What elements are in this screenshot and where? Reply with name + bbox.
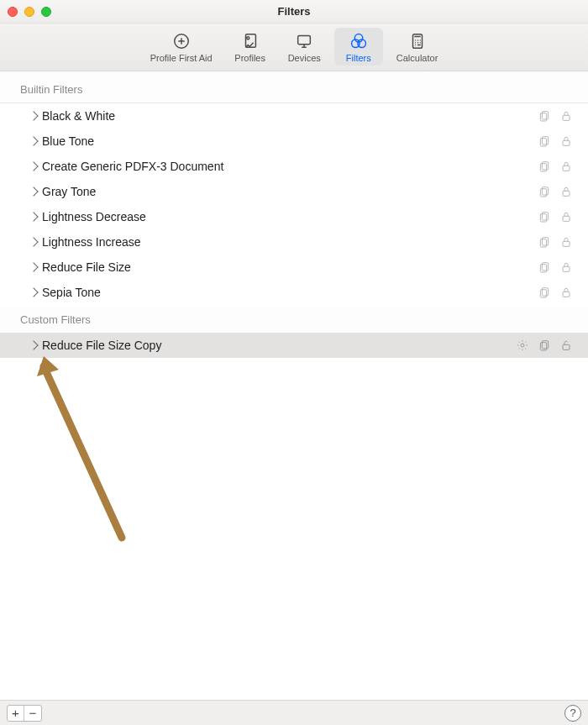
custom-filters-list: Reduce File Size Copy bbox=[0, 333, 588, 358]
calculator-icon bbox=[408, 31, 427, 51]
svg-rect-11 bbox=[542, 137, 548, 144]
filter-row[interactable]: Gray Tone bbox=[0, 179, 588, 204]
tab-profile-first-aid[interactable]: Profile First Aid bbox=[142, 28, 221, 66]
profiles-icon bbox=[241, 31, 260, 51]
tab-label: Devices bbox=[288, 53, 321, 63]
svg-rect-26 bbox=[542, 263, 548, 271]
chevron-right-icon bbox=[29, 111, 38, 120]
svg-rect-34 bbox=[540, 343, 546, 350]
svg-rect-29 bbox=[542, 288, 548, 296]
filter-row[interactable]: Sepia Tone bbox=[0, 280, 588, 305]
svg-rect-33 bbox=[542, 341, 548, 349]
svg-rect-15 bbox=[540, 164, 546, 171]
unlock-icon[interactable] bbox=[559, 339, 573, 352]
svg-rect-28 bbox=[563, 266, 570, 271]
duplicate-icon[interactable] bbox=[538, 235, 551, 249]
devices-icon bbox=[295, 31, 313, 51]
tab-profiles[interactable]: Profiles bbox=[226, 28, 275, 66]
chevron-right-icon bbox=[29, 287, 38, 297]
lock-icon bbox=[559, 210, 573, 223]
window-title: Filters bbox=[0, 5, 588, 18]
help-button[interactable]: ? bbox=[564, 705, 581, 722]
filter-label: Create Generic PDFX-3 Document bbox=[42, 160, 538, 173]
filter-label: Gray Tone bbox=[42, 185, 538, 198]
duplicate-icon[interactable] bbox=[538, 109, 551, 123]
svg-rect-25 bbox=[563, 241, 570, 246]
tab-label: Profiles bbox=[234, 53, 265, 63]
svg-rect-20 bbox=[542, 213, 548, 220]
filter-label: Reduce File Size bbox=[42, 260, 538, 274]
svg-point-2 bbox=[246, 37, 249, 39]
svg-rect-22 bbox=[563, 216, 570, 221]
remove-filter-button[interactable]: − bbox=[24, 706, 41, 721]
filters-icon bbox=[349, 31, 368, 51]
chevron-right-icon bbox=[29, 262, 38, 271]
chevron-right-icon bbox=[29, 237, 38, 246]
chevron-right-icon bbox=[29, 212, 38, 221]
maximize-window-button[interactable] bbox=[41, 7, 51, 17]
chevron-right-icon bbox=[29, 136, 38, 145]
svg-rect-3 bbox=[298, 36, 311, 45]
filter-row[interactable]: Black & White bbox=[0, 103, 588, 129]
tab-devices[interactable]: Devices bbox=[280, 28, 329, 66]
filter-row[interactable]: Blue Tone bbox=[0, 129, 588, 154]
filter-label: Lightness Decrease bbox=[42, 210, 538, 223]
duplicate-icon[interactable] bbox=[538, 339, 551, 352]
tab-calculator[interactable]: Calculator bbox=[388, 28, 447, 66]
filter-row[interactable]: Reduce File Size Copy bbox=[0, 333, 588, 358]
add-filter-button[interactable]: + bbox=[8, 706, 24, 721]
svg-rect-27 bbox=[540, 265, 546, 272]
chevron-right-icon bbox=[29, 187, 38, 196]
duplicate-icon[interactable] bbox=[538, 160, 551, 173]
lock-icon bbox=[559, 286, 573, 299]
filter-row[interactable]: Reduce File Size bbox=[0, 255, 588, 280]
filter-label: Sepia Tone bbox=[42, 286, 538, 299]
svg-rect-14 bbox=[542, 162, 548, 170]
toolbar: Profile First Aid Profiles Devices Filte… bbox=[0, 24, 588, 71]
filter-label: Lightness Increase bbox=[42, 235, 538, 249]
duplicate-icon[interactable] bbox=[538, 286, 551, 299]
bottom-bar: + − ? bbox=[0, 700, 588, 725]
builtin-filters-list: Black & White Blue Tone Create Generic P… bbox=[0, 103, 588, 305]
lock-icon bbox=[559, 185, 573, 198]
filter-row[interactable]: Create Generic PDFX-3 Document bbox=[0, 154, 588, 179]
minimize-window-button[interactable] bbox=[24, 7, 34, 17]
tab-label: Profile First Aid bbox=[150, 53, 213, 63]
svg-rect-24 bbox=[540, 239, 546, 247]
filter-label: Reduce File Size Copy bbox=[42, 339, 516, 352]
duplicate-icon[interactable] bbox=[538, 185, 551, 198]
duplicate-icon[interactable] bbox=[538, 260, 551, 274]
close-window-button[interactable] bbox=[8, 7, 18, 17]
section-header-custom: Custom Filters bbox=[0, 305, 588, 333]
svg-rect-31 bbox=[563, 292, 570, 297]
duplicate-icon[interactable] bbox=[538, 210, 551, 223]
first-aid-icon bbox=[172, 31, 191, 51]
filter-row[interactable]: Lightness Increase bbox=[0, 229, 588, 255]
tab-filters[interactable]: Filters bbox=[334, 28, 383, 66]
svg-rect-8 bbox=[542, 112, 548, 119]
lock-icon bbox=[559, 160, 573, 173]
lock-icon bbox=[559, 235, 573, 249]
annotation-arrow bbox=[34, 353, 134, 546]
tab-label: Filters bbox=[346, 53, 371, 63]
gear-icon[interactable] bbox=[516, 339, 529, 352]
svg-rect-35 bbox=[563, 344, 570, 349]
svg-point-32 bbox=[521, 344, 524, 347]
svg-rect-23 bbox=[542, 238, 548, 245]
svg-rect-30 bbox=[540, 290, 546, 297]
tab-label: Calculator bbox=[396, 53, 438, 63]
svg-rect-18 bbox=[540, 189, 546, 197]
section-header-builtin: Builtin Filters bbox=[0, 71, 588, 103]
svg-rect-9 bbox=[540, 113, 546, 121]
svg-rect-13 bbox=[563, 140, 570, 145]
filter-label: Blue Tone bbox=[42, 134, 538, 148]
lock-icon bbox=[559, 134, 573, 148]
filter-row[interactable]: Lightness Decrease bbox=[0, 204, 588, 229]
lock-icon bbox=[559, 260, 573, 274]
duplicate-icon[interactable] bbox=[538, 134, 551, 148]
chevron-right-icon bbox=[29, 340, 38, 349]
chevron-right-icon bbox=[29, 161, 38, 171]
svg-rect-19 bbox=[563, 191, 570, 196]
svg-rect-17 bbox=[542, 187, 548, 195]
filter-label: Black & White bbox=[42, 109, 538, 123]
